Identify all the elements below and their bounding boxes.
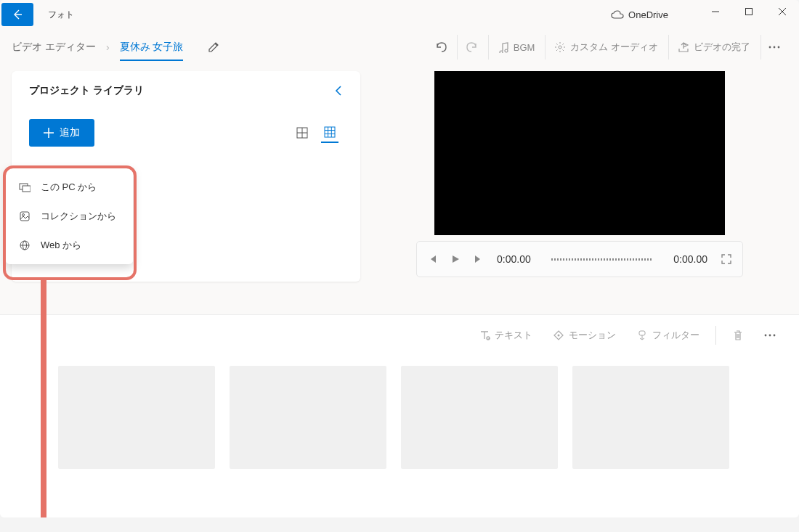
view-grid-small-button[interactable] [321, 123, 338, 143]
prev-frame-button[interactable] [427, 254, 437, 264]
music-icon [498, 41, 509, 53]
step-forward-icon [474, 254, 484, 264]
maximize-icon [745, 8, 753, 15]
video-preview[interactable] [434, 71, 725, 235]
chevron-right-icon: › [106, 41, 110, 53]
undo-icon [434, 40, 448, 54]
menu-item-from-web[interactable]: Web から [6, 231, 133, 260]
storyboard-slot[interactable] [572, 366, 729, 469]
next-frame-button[interactable] [474, 254, 484, 264]
close-icon [779, 8, 786, 15]
main-toolbar: ビデオ エディター › 夏休み 女子旅 BGM カスタム オーディオ [0, 29, 799, 65]
undo-button[interactable] [426, 35, 455, 60]
scrub-bar[interactable] [551, 258, 654, 261]
menu-item-from-pc[interactable]: この PC から [6, 173, 133, 202]
play-icon [450, 254, 461, 264]
cloud-icon [611, 10, 624, 19]
fullscreen-button[interactable] [721, 253, 732, 265]
svg-rect-2 [746, 9, 753, 15]
titlebar: フォト OneDrive [0, 0, 799, 29]
storyboard-slot[interactable] [230, 366, 386, 469]
storyboard-slot[interactable] [401, 366, 558, 469]
svg-point-6 [769, 46, 771, 49]
filter-icon [636, 330, 648, 341]
playback-controls: 0:00.00 0:00.00 [416, 241, 743, 277]
divider [715, 326, 716, 345]
collapse-panel-button[interactable] [334, 85, 343, 97]
project-name[interactable]: 夏休み 女子旅 [120, 41, 184, 61]
svg-point-5 [559, 46, 561, 49]
total-time: 0:00.00 [673, 253, 707, 265]
bgm-label: BGM [514, 42, 535, 53]
annotation-highlight-tail [41, 279, 46, 517]
plus-icon [44, 128, 54, 138]
view-grid-large-button[interactable] [293, 123, 311, 143]
redo-button[interactable] [457, 35, 487, 60]
svg-point-8 [778, 46, 780, 49]
web-icon [19, 240, 31, 251]
more-toolbar-button[interactable] [761, 35, 787, 60]
custom-audio-label: カスタム オーディオ [570, 41, 658, 54]
more-icon [764, 334, 776, 337]
text-label: テキスト [495, 329, 532, 342]
svg-text:+: + [487, 335, 490, 341]
edit-name-button[interactable] [208, 41, 219, 53]
svg-point-7 [774, 46, 776, 49]
custom-audio-button[interactable]: カスタム オーディオ [545, 35, 667, 60]
fullscreen-icon [721, 253, 732, 265]
redo-icon [465, 40, 479, 54]
onedrive-status[interactable]: OneDrive [611, 9, 668, 20]
breadcrumb-root[interactable]: ビデオ エディター [12, 41, 96, 54]
finish-video-label: ビデオの完了 [694, 41, 750, 54]
minimize-button[interactable] [699, 0, 732, 23]
trash-icon [732, 330, 744, 341]
app-title: フォト [48, 9, 74, 21]
storyboard-slot[interactable] [58, 366, 215, 469]
motion-icon [553, 330, 564, 341]
motion-label: モーション [569, 329, 616, 342]
more-storyboard-button[interactable] [755, 331, 784, 340]
audio-icon [554, 41, 566, 53]
from-pc-label: この PC から [41, 181, 97, 194]
app-window: フォト OneDrive ビデオ エディター › 夏休み 女子旅 [0, 0, 799, 517]
play-button[interactable] [450, 254, 461, 264]
minimize-icon [712, 8, 719, 15]
library-title: プロジェクト ライブラリ [29, 84, 144, 97]
step-back-icon [427, 254, 437, 264]
svg-point-20 [558, 335, 560, 337]
bgm-button[interactable]: BGM [488, 35, 544, 60]
more-icon [768, 46, 780, 49]
storyboard-toolbar: + テキスト モーション フィルター [0, 315, 799, 356]
from-collection-label: コレクションから [41, 210, 116, 223]
svg-point-25 [774, 335, 776, 337]
grid-3x3-icon [324, 126, 336, 138]
close-button[interactable] [766, 0, 799, 23]
add-label: 追加 [60, 126, 80, 139]
svg-point-24 [769, 335, 771, 337]
toolbar-right: BGM カスタム オーディオ ビデオの完了 [426, 35, 787, 60]
svg-rect-27 [23, 186, 31, 192]
maximize-button[interactable] [732, 0, 766, 23]
text-tool-button[interactable]: + テキスト [470, 326, 541, 345]
menu-item-from-collection[interactable]: コレクションから [6, 202, 133, 231]
from-web-label: Web から [41, 239, 81, 252]
back-button[interactable] [1, 3, 33, 26]
delete-clip-button[interactable] [723, 327, 753, 344]
add-button[interactable]: 追加 [29, 119, 94, 147]
text-icon: + [479, 330, 490, 341]
pc-icon [19, 181, 31, 193]
onedrive-label: OneDrive [628, 9, 668, 20]
svg-point-23 [765, 335, 767, 337]
add-source-menu: この PC から コレクションから Web から [6, 168, 133, 264]
svg-rect-21 [639, 331, 645, 335]
finish-video-button[interactable]: ビデオの完了 [668, 35, 759, 60]
arrow-left-icon [12, 9, 23, 20]
window-controls [699, 0, 799, 23]
storyboard-section: + テキスト モーション フィルター [0, 314, 799, 517]
filter-label: フィルター [652, 329, 699, 342]
breadcrumb: ビデオ エディター › 夏休み 女子旅 [12, 41, 219, 54]
motion-tool-button[interactable]: モーション [544, 326, 625, 345]
collection-icon [19, 210, 31, 222]
filter-tool-button[interactable]: フィルター [628, 326, 708, 345]
preview-panel: 0:00.00 0:00.00 [372, 71, 787, 314]
